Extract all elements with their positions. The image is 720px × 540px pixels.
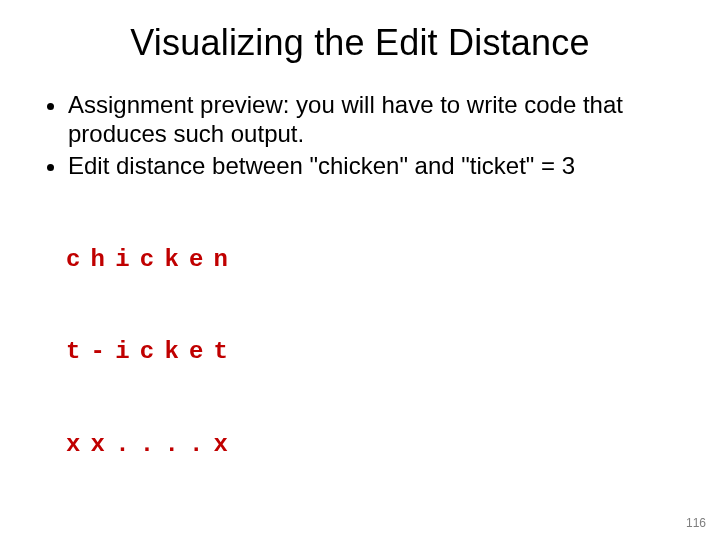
bullet-item: Assignment preview: you will have to wri…	[68, 90, 680, 149]
edit-distance-alignment: chicken t-icket xx....x	[66, 184, 680, 522]
slide-title: Visualizing the Edit Distance	[40, 22, 680, 64]
slide: Visualizing the Edit Distance Assignment…	[0, 0, 720, 540]
bullet-item: Edit distance between "chicken" and "tic…	[68, 151, 680, 180]
alignment-row-source: chicken	[66, 245, 680, 276]
alignment-row-ops: xx....x	[66, 430, 680, 461]
page-number: 116	[686, 516, 706, 530]
top-bullet-list: Assignment preview: you will have to wri…	[40, 90, 680, 180]
alignment-row-target: t-icket	[66, 337, 680, 368]
